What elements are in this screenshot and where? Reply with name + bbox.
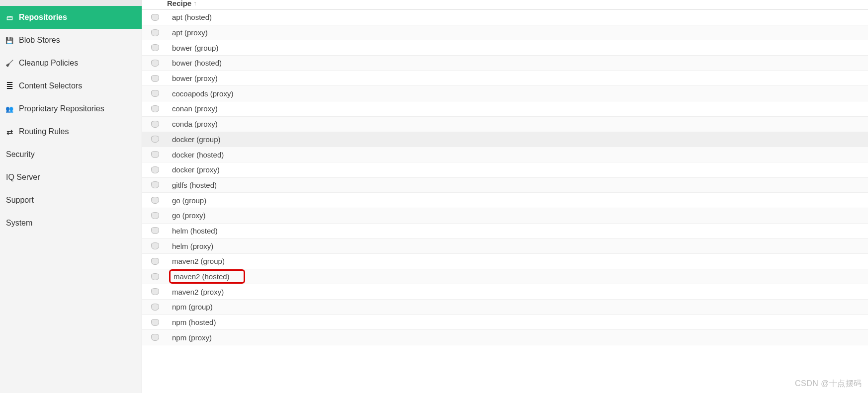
database-icon	[150, 90, 159, 97]
ic-prop-icon	[5, 104, 14, 113]
sidebar-item-label: IQ Server	[6, 173, 40, 182]
recipe-row[interactable]: npm (group)	[142, 300, 868, 315]
database-icon	[150, 166, 159, 173]
main-panel: Recipe ↑ apt (hosted)apt (proxy)bower (g…	[142, 0, 868, 393]
database-icon	[150, 258, 159, 265]
recipe-row[interactable]: npm (hosted)	[142, 315, 868, 330]
recipe-row[interactable]: apt (proxy)	[142, 25, 868, 41]
recipe-row[interactable]: maven2 (proxy)	[142, 284, 868, 300]
database-icon	[150, 334, 159, 341]
ic-blob-icon	[5, 36, 14, 45]
sidebar-item-security[interactable]: Security	[0, 143, 142, 166]
recipe-label: go (group)	[169, 195, 209, 206]
recipe-row[interactable]: go (group)	[142, 193, 868, 208]
recipe-row[interactable]: bower (group)	[142, 40, 868, 56]
recipe-label: docker (group)	[169, 134, 224, 145]
recipe-row[interactable]: conan (proxy)	[142, 101, 868, 117]
recipe-label: apt (proxy)	[169, 27, 211, 38]
database-icon	[150, 212, 159, 219]
column-header-recipe[interactable]: Recipe	[167, 0, 191, 7]
recipe-label: npm (group)	[169, 302, 216, 312]
recipe-row[interactable]: npm (proxy)	[142, 330, 868, 345]
sidebar-item-iq-server[interactable]: IQ Server	[0, 166, 142, 189]
sidebar-item-label: Proprietary Repositories	[19, 104, 104, 113]
recipe-label: helm (proxy)	[169, 241, 216, 251]
recipe-label: go (proxy)	[169, 210, 209, 221]
recipe-label: docker (proxy)	[169, 164, 223, 175]
sidebar-item-repositories[interactable]: Repositories	[0, 6, 142, 29]
database-icon	[150, 242, 159, 249]
database-icon	[150, 227, 159, 234]
recipe-label: maven2 (proxy)	[169, 287, 227, 297]
recipe-row[interactable]: helm (proxy)	[142, 238, 868, 254]
database-icon	[150, 304, 159, 311]
sidebar-item-blob-stores[interactable]: Blob Stores	[0, 29, 142, 52]
recipe-label: docker (hosted)	[169, 150, 227, 160]
database-icon	[150, 75, 159, 82]
database-icon	[150, 44, 159, 51]
ic-route-icon	[5, 127, 14, 136]
database-icon	[150, 136, 159, 143]
recipe-label: npm (proxy)	[169, 332, 215, 343]
sidebar-item-label: System	[6, 219, 32, 228]
sort-ascending-icon: ↑	[193, 0, 196, 7]
ic-broom-icon	[5, 59, 14, 68]
recipe-label: maven2 (hosted)	[169, 269, 245, 284]
recipe-row[interactable]: maven2 (hosted)	[142, 269, 868, 285]
table-header[interactable]: Recipe ↑	[142, 0, 868, 10]
recipe-label: conan (proxy)	[169, 103, 221, 114]
recipe-label: cocoapods (proxy)	[169, 88, 236, 99]
sidebar-item-label: Routing Rules	[19, 127, 69, 136]
recipe-label: conda (proxy)	[169, 119, 221, 129]
recipe-row[interactable]: apt (hosted)	[142, 10, 868, 25]
database-icon	[150, 319, 159, 326]
recipe-row[interactable]: bower (proxy)	[142, 71, 868, 86]
sidebar-item-system[interactable]: System	[0, 212, 142, 235]
database-icon	[150, 105, 159, 112]
database-icon	[150, 60, 159, 67]
recipe-row[interactable]: maven2 (group)	[142, 254, 868, 269]
recipe-label: npm (hosted)	[169, 317, 219, 327]
sidebar-item-label: Cleanup Policies	[19, 59, 78, 68]
sidebar-top-strip	[0, 0, 142, 6]
sidebar-item-label: Content Selectors	[19, 81, 82, 90]
recipe-label: bower (proxy)	[169, 73, 221, 83]
recipe-label: bower (group)	[169, 43, 221, 53]
recipe-label: helm (hosted)	[169, 226, 221, 236]
sidebar-item-label: Support	[6, 196, 34, 205]
database-icon	[150, 14, 159, 21]
recipe-row[interactable]: docker (group)	[142, 132, 868, 148]
recipe-row[interactable]: helm (hosted)	[142, 224, 868, 239]
sidebar-item-label: Blob Stores	[19, 36, 60, 45]
ic-repo-icon	[5, 13, 14, 22]
recipe-row[interactable]: docker (hosted)	[142, 147, 868, 162]
recipe-label: apt (hosted)	[169, 12, 215, 22]
recipe-row[interactable]: docker (proxy)	[142, 162, 868, 178]
recipe-label: bower (hosted)	[169, 58, 225, 68]
recipe-label: maven2 (group)	[169, 256, 228, 266]
sidebar-item-routing-rules[interactable]: Routing Rules	[0, 120, 142, 143]
database-icon	[150, 29, 159, 36]
database-icon	[150, 273, 159, 280]
recipe-row[interactable]: cocoapods (proxy)	[142, 86, 868, 101]
ic-layers-icon	[5, 81, 14, 90]
database-icon	[150, 288, 159, 295]
database-icon	[150, 197, 159, 204]
recipe-row[interactable]: bower (hosted)	[142, 56, 868, 71]
sidebar: RepositoriesBlob StoresCleanup PoliciesC…	[0, 0, 142, 393]
database-icon	[150, 121, 159, 128]
sidebar-item-support[interactable]: Support	[0, 189, 142, 212]
recipe-row[interactable]: gitlfs (hosted)	[142, 178, 868, 193]
recipe-row[interactable]: conda (proxy)	[142, 117, 868, 132]
sidebar-item-label: Repositories	[19, 13, 67, 22]
sidebar-item-label: Security	[6, 150, 35, 159]
recipe-rows: apt (hosted)apt (proxy)bower (group)bowe…	[142, 10, 868, 393]
database-icon	[150, 181, 159, 188]
recipe-label: gitlfs (hosted)	[169, 180, 220, 190]
recipe-row[interactable]: go (proxy)	[142, 208, 868, 224]
database-icon	[150, 151, 159, 158]
sidebar-item-content-selectors[interactable]: Content Selectors	[0, 75, 142, 97]
sidebar-item-cleanup-policies[interactable]: Cleanup Policies	[0, 52, 142, 75]
sidebar-item-proprietary-repositories[interactable]: Proprietary Repositories	[0, 97, 142, 120]
